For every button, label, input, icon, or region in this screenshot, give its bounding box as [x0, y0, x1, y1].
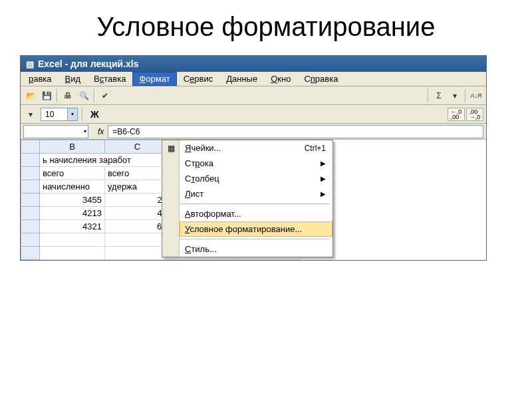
menu-item-условное форматирование[interactable]: Условное форматирование...	[180, 221, 332, 237]
open-icon[interactable]: 📂	[23, 88, 38, 103]
fx-label[interactable]: fx	[91, 127, 108, 136]
chevron-down-icon[interactable]: ▾	[67, 108, 77, 120]
toolbar-formatting: ▾ 10 ▾ Ж ←,0,00 ,00→,0	[21, 105, 486, 124]
cell[interactable]	[21, 207, 40, 220]
slide-title: Условное форматирование	[20, 12, 512, 42]
bold-button[interactable]: Ж	[87, 109, 102, 120]
cell[interactable]: всего	[40, 167, 105, 180]
cell[interactable]	[21, 194, 40, 207]
formula-bar: ▾ fx =B6-C6	[21, 124, 486, 140]
grid-area: BCGь начисления заработвсеговсегоначисле…	[21, 140, 486, 260]
titlebar-text: Excel - для лекций.xls	[38, 59, 139, 69]
cell[interactable]	[21, 233, 40, 247]
menu-справка[interactable]: Справка	[297, 72, 344, 86]
dropdown-gutter	[162, 140, 180, 257]
cells-icon: ▦	[165, 142, 177, 154]
cell[interactable]: 4213	[40, 207, 105, 220]
decrease-decimal-button[interactable]: ,00→,0	[466, 108, 483, 121]
menu-данные[interactable]: Данные	[219, 72, 264, 86]
name-box[interactable]: ▾	[23, 125, 88, 138]
font-size-value: 10	[41, 110, 67, 119]
cell[interactable]: удержа	[105, 180, 170, 194]
cell[interactable]: начисленно	[40, 180, 105, 194]
col-header[interactable]: B	[40, 140, 105, 154]
cell[interactable]	[21, 167, 40, 180]
menu-item-стиль[interactable]: Стиль...	[180, 241, 332, 257]
menu-равка[interactable]: равка	[22, 72, 59, 86]
col-header[interactable]: C	[105, 140, 170, 154]
menu-item-автоформат[interactable]: Автоформат...	[180, 206, 332, 221]
cell[interactable]: 3455	[40, 194, 105, 207]
cell[interactable]: 4321	[40, 220, 105, 233]
submenu-arrow-icon: ▶	[321, 175, 326, 182]
spellcheck-icon[interactable]: ✔	[98, 88, 112, 103]
cell[interactable]	[105, 233, 170, 247]
increase-decimal-button[interactable]: ←,0,00	[448, 108, 465, 121]
menu-окно[interactable]: Окно	[264, 72, 297, 86]
cell[interactable]	[21, 180, 40, 194]
menubar: равкаВидВставкаФорматСервисДанныеОкноСпр…	[21, 72, 486, 86]
toolbar-standard: 📂 💾 🖶 🔍 ✔ Σ ▾ А↓Я	[21, 86, 486, 105]
cell[interactable]	[21, 247, 40, 260]
submenu-arrow-icon: ▶	[321, 190, 326, 198]
menu-формат[interactable]: Формат	[132, 72, 176, 86]
dropdown-icon[interactable]: ▾	[448, 88, 462, 103]
cell[interactable]	[105, 247, 170, 260]
font-size-select[interactable]: 10 ▾	[41, 108, 78, 121]
cell[interactable]: всего	[105, 167, 170, 180]
save-icon[interactable]: 💾	[39, 88, 54, 103]
excel-window: ▧ Excel - для лекций.xls равкаВидВставка…	[20, 55, 487, 261]
app-icon: ▧	[26, 59, 34, 69]
dropdown-arrow-icon[interactable]: ▾	[23, 107, 38, 122]
cell[interactable]	[40, 233, 105, 247]
format-menu-dropdown: ▦Ячейки...Ctrl+1Строка▶Столбец▶Лист▶Авто…	[162, 140, 333, 257]
cell[interactable]: ь начисления заработ	[40, 154, 170, 167]
cell[interactable]: 65	[105, 220, 170, 233]
chevron-down-icon[interactable]: ▾	[84, 128, 86, 134]
menu-вид[interactable]: Вид	[59, 72, 88, 86]
sort-icon[interactable]: А↓Я	[469, 88, 483, 103]
cell[interactable]	[21, 220, 40, 233]
menu-item-строка[interactable]: Строка▶	[180, 156, 332, 171]
cell[interactable]	[40, 247, 105, 260]
preview-icon[interactable]: 🔍	[76, 88, 91, 103]
formula-input[interactable]: =B6-C6	[108, 125, 483, 138]
cell[interactable]: 42	[105, 207, 170, 220]
menu-separator	[180, 203, 330, 204]
menu-вставка[interactable]: Вставка	[87, 72, 132, 86]
cell[interactable]: 21	[105, 194, 170, 207]
menu-item-столбец[interactable]: Столбец▶	[180, 171, 332, 186]
submenu-arrow-icon: ▶	[321, 160, 326, 167]
cell[interactable]	[21, 154, 40, 167]
menu-item-ячейки[interactable]: ▦Ячейки...Ctrl+1	[180, 140, 332, 156]
titlebar: ▧ Excel - для лекций.xls	[21, 56, 486, 72]
menu-separator	[180, 239, 330, 239]
print-icon[interactable]: 🖶	[61, 88, 75, 103]
col-header[interactable]	[21, 140, 40, 154]
autosum-icon[interactable]: Σ	[432, 88, 446, 103]
menu-item-лист[interactable]: Лист▶	[180, 186, 332, 201]
menu-сервис[interactable]: Сервис	[177, 72, 220, 86]
